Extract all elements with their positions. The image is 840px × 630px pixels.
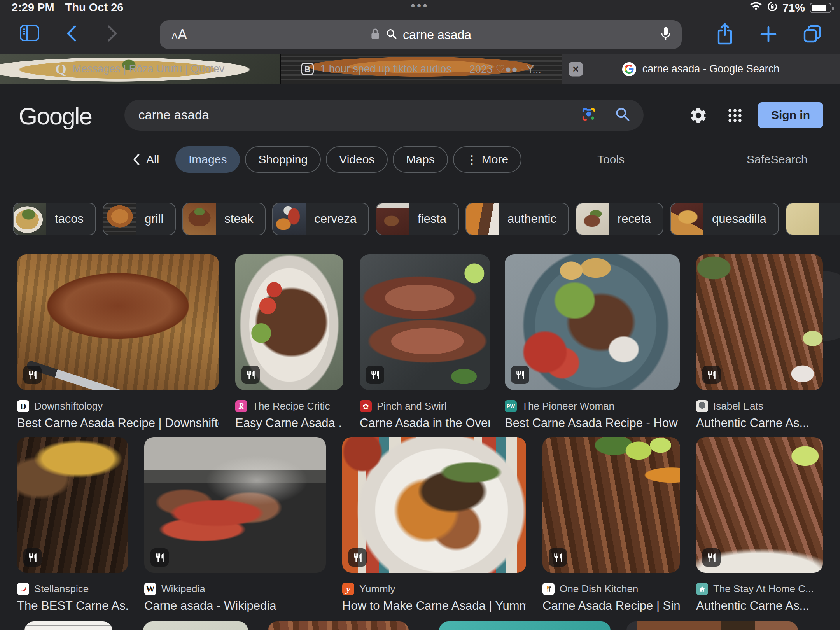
result-card[interactable]: yYummly How to Make Carne Asada | Yummly	[342, 437, 526, 613]
result-image[interactable]	[505, 254, 680, 390]
nav-tab-shopping[interactable]: Shopping	[245, 146, 321, 173]
result-image[interactable]	[235, 254, 343, 390]
recipe-badge-icon	[549, 548, 567, 567]
result-source: The Recipe Critic	[252, 400, 330, 412]
chip-tacos[interactable]: tacos	[13, 203, 96, 235]
settings-gear-icon[interactable]	[689, 106, 708, 126]
result-image-partial[interactable]	[439, 621, 611, 630]
chip-fiesta[interactable]: fiesta	[376, 203, 459, 235]
sign-in-button[interactable]: Sign in	[758, 102, 823, 128]
chip-thumbnail	[576, 203, 609, 235]
sidebar-toggle-icon[interactable]	[19, 24, 40, 44]
tab-title-suffix: 2023 ♡●● - Y...	[469, 63, 541, 75]
search-nav-row: All Images Shopping Videos Maps ⋮More To…	[0, 146, 840, 173]
new-tab-icon[interactable]	[759, 25, 778, 45]
result-image[interactable]	[696, 437, 823, 573]
safari-toolbar: AA carne asada	[0, 16, 840, 54]
safesearch-button[interactable]: SafeSearch	[747, 146, 808, 173]
rotation-lock-icon	[767, 1, 778, 15]
result-card[interactable]: Stellanspice The BEST Carne As...	[17, 437, 128, 613]
chip-receta[interactable]: receta	[576, 203, 663, 235]
address-bar[interactable]: AA carne asada	[160, 20, 682, 49]
result-title: The BEST Carne As...	[17, 599, 128, 613]
chip-thumbnail	[14, 203, 46, 235]
stellanspice-favicon	[17, 583, 29, 595]
result-card[interactable]: ✿Pinch and Swirl Carne Asada in the Oven…	[360, 254, 490, 430]
recipe-badge-icon	[511, 366, 529, 384]
google-search-bar[interactable]: carne asada	[124, 100, 644, 131]
result-title: Carne Asada in the Oven...	[360, 416, 490, 430]
yummly-favicon: y	[342, 583, 354, 595]
status-time: 2:29 PM	[12, 1, 54, 14]
lock-icon	[370, 28, 380, 41]
nav-tab-more[interactable]: ⋮More	[453, 146, 522, 173]
result-card[interactable]: One Dish Kitchen Carne Asada Recipe | Si…	[542, 437, 680, 613]
result-image[interactable]	[17, 437, 128, 573]
chip-thumbnail	[786, 203, 819, 235]
wifi-icon	[750, 2, 762, 14]
isabel-eats-favicon	[696, 400, 708, 412]
search-query-text: carne asada	[138, 108, 209, 122]
chevron-left-icon	[132, 153, 141, 166]
result-source: The Pioneer Woman	[522, 400, 614, 412]
tabs-overview-icon[interactable]	[802, 23, 823, 46]
chip-steak[interactable]: steak	[182, 203, 266, 235]
status-date: Thu Oct 26	[65, 1, 124, 14]
chip-cerveza[interactable]: cerveza	[272, 203, 369, 235]
result-card[interactable]: WWikipedia Carne asada - Wikipedia	[144, 437, 326, 613]
google-lens-icon[interactable]	[581, 106, 597, 124]
share-icon[interactable]	[715, 23, 735, 47]
result-image[interactable]	[360, 254, 490, 390]
tools-button[interactable]: Tools	[597, 146, 625, 173]
result-image[interactable]	[17, 254, 219, 390]
google-logo[interactable]: Google	[19, 102, 92, 130]
tab-title: Messages | Rōza Urufu | Quotev	[73, 63, 225, 75]
result-source: Downshiftology	[34, 400, 103, 412]
result-title: Authentic Carne As...	[696, 599, 823, 613]
ipad-screen: 2:29 PM Thu Oct 26 ••• 71% AA carne asad…	[0, 0, 840, 630]
reader-mode-button[interactable]: AA	[172, 26, 187, 43]
result-card[interactable]: PWThe Pioneer Woman Best Carne Asada Rec…	[505, 254, 680, 430]
stay-at-home-chef-favicon	[696, 583, 708, 595]
search-submit-icon[interactable]	[615, 107, 630, 124]
tab-quotev[interactable]: Q Messages | Rōza Urufu | Quotev	[0, 54, 281, 84]
url-query-text: carne asada	[403, 28, 471, 42]
tab-youtube[interactable]: B 1 hour sped up tiktok audios 2023 ♡●● …	[281, 54, 562, 84]
chip-thumbnail	[671, 203, 704, 235]
chip-thumbnail	[183, 203, 216, 235]
result-image[interactable]	[342, 437, 526, 573]
recipe-badge-icon	[23, 548, 42, 567]
chip-authentic[interactable]: authentic	[466, 203, 569, 235]
result-image-partial[interactable]	[143, 621, 248, 630]
result-image-partial[interactable]	[24, 621, 112, 630]
result-image[interactable]	[542, 437, 680, 573]
result-source: Yummly	[359, 583, 395, 595]
nav-tab-maps[interactable]: Maps	[393, 146, 448, 173]
result-card[interactable]: The Stay At Home C... Authentic Carne As…	[696, 437, 823, 613]
recipe-badge-icon	[23, 366, 42, 384]
close-tab-icon[interactable]: ×	[569, 62, 583, 76]
result-title: How to Make Carne Asada | Yummly	[342, 599, 526, 613]
multitask-dots: •••	[411, 0, 429, 12]
result-card[interactable]: RThe Recipe Critic Easy Carne Asada ...	[235, 254, 343, 430]
nav-all[interactable]: All	[132, 146, 159, 173]
chip-grill[interactable]: grill	[103, 203, 176, 235]
chip-partial[interactable]	[786, 203, 840, 235]
result-image-partial[interactable]	[626, 621, 798, 630]
forward-icon[interactable]	[104, 25, 120, 44]
nav-tab-videos[interactable]: Videos	[326, 146, 388, 173]
recipe-badge-icon	[702, 548, 721, 567]
result-image-partial[interactable]	[268, 621, 409, 630]
mic-icon[interactable]	[660, 26, 672, 44]
nav-tab-images[interactable]: Images	[175, 146, 240, 173]
result-image[interactable]	[696, 254, 823, 390]
google-apps-icon[interactable]	[726, 107, 744, 126]
back-icon[interactable]	[64, 25, 80, 44]
result-card[interactable]: DDownshiftology Best Carne Asada Recipe …	[17, 254, 219, 430]
chip-quesadilla[interactable]: quesadilla	[670, 203, 779, 235]
youtube-bandlab-favicon: B	[301, 63, 314, 75]
result-title: Authentic Carne As...	[696, 416, 823, 430]
tab-google-search[interactable]: × carne asada - Google Search	[562, 54, 840, 84]
result-card[interactable]: Isabel Eats Authentic Carne As...	[696, 254, 823, 430]
result-image[interactable]	[144, 437, 326, 573]
